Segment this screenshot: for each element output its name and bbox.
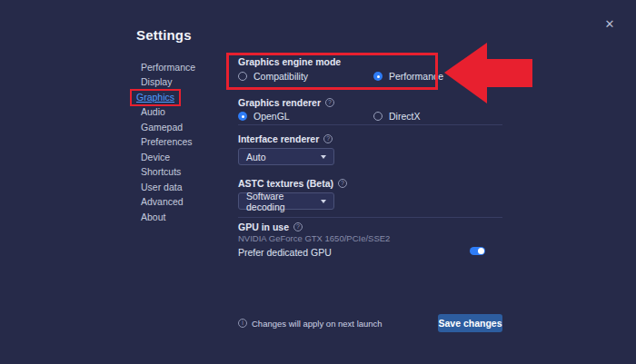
engine-mode-label: Graphics engine mode (238, 56, 341, 67)
info-icon: i (238, 319, 247, 328)
sidebar-item-graphics[interactable]: Graphics (136, 90, 227, 105)
help-icon[interactable]: ? (338, 179, 347, 188)
interface-renderer-label: Interface renderer ? (238, 133, 333, 144)
gpu-name: NVIDIA GeForce GTX 1650/PCIe/SSE2 (238, 233, 390, 243)
astc-label: ASTC textures (Beta) ? (238, 178, 347, 189)
help-icon[interactable]: ? (325, 98, 334, 107)
engine-mode-radio-group: Compatibility Performance (238, 71, 502, 82)
settings-sidebar: Performance Display Graphics Audio Gamep… (136, 60, 227, 225)
toggle-knob (478, 248, 484, 254)
divider (238, 124, 502, 125)
help-icon[interactable]: ? (293, 222, 303, 231)
save-changes-button[interactable]: Save changes (438, 314, 502, 332)
gpu-in-use-label: GPU in use ? (238, 221, 303, 232)
chevron-down-icon (321, 155, 326, 159)
radio-performance[interactable]: Performance (373, 71, 443, 82)
settings-window: ✕ Settings Performance Display Graphics … (0, 0, 636, 364)
sidebar-item-about[interactable]: About (136, 210, 227, 225)
sidebar-item-user-data[interactable]: User data (136, 180, 227, 195)
sidebar-item-gamepad[interactable]: Gamepad (136, 120, 227, 135)
page-title: Settings (136, 27, 192, 43)
radio-off-icon (238, 72, 247, 81)
sidebar-item-preferences[interactable]: Preferences (136, 135, 227, 151)
divider (238, 217, 502, 218)
radio-compatibility[interactable]: Compatibility (238, 71, 308, 82)
sidebar-item-display[interactable]: Display (136, 75, 227, 91)
sidebar-item-advanced[interactable]: Advanced (136, 195, 227, 211)
chevron-down-icon (321, 200, 326, 203)
sidebar-item-device[interactable]: Device (136, 150, 227, 165)
sidebar-item-audio[interactable]: Audio (136, 105, 227, 121)
radio-directx[interactable]: DirectX (373, 111, 420, 122)
close-icon[interactable]: ✕ (602, 17, 617, 32)
renderer-label: Graphics renderer ? (238, 97, 334, 108)
radio-on-icon (238, 112, 247, 121)
help-icon[interactable]: ? (323, 134, 333, 143)
radio-on-icon (373, 72, 383, 81)
sidebar-item-shortcuts[interactable]: Shortcuts (136, 165, 227, 181)
interface-renderer-dropdown[interactable]: Auto (238, 148, 334, 165)
radio-opengl[interactable]: OpenGL (238, 111, 290, 122)
prefer-gpu-label: Prefer dedicated GPU (238, 247, 332, 258)
apply-note: i Changes will apply on next launch (238, 314, 383, 332)
prefer-gpu-toggle[interactable] (470, 247, 485, 255)
sidebar-item-performance[interactable]: Performance (136, 60, 227, 75)
astc-dropdown[interactable]: Software decoding (238, 192, 334, 210)
renderer-radio-group: OpenGL DirectX (238, 111, 502, 122)
radio-off-icon (373, 112, 383, 121)
